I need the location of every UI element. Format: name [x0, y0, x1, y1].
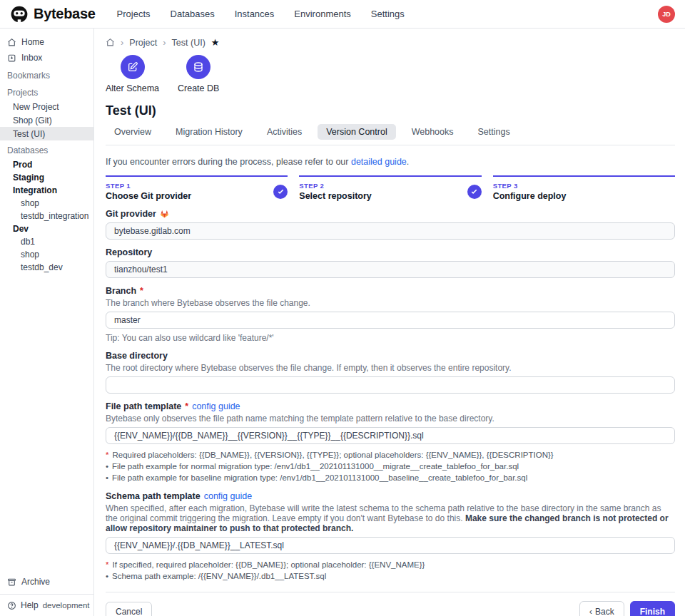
required-asterisk: *	[140, 286, 143, 296]
project-tabs: Overview Migration History Activities Ve…	[106, 124, 675, 145]
create-db-button[interactable]: Create DB	[178, 55, 219, 93]
sidebar-item-inbox[interactable]: Inbox	[0, 50, 93, 66]
chevron-left-icon: ‹	[589, 606, 592, 616]
sidebar-env-dev[interactable]: Dev	[0, 222, 93, 235]
schema-path-template-input[interactable]	[106, 537, 675, 554]
archive-icon	[7, 578, 16, 587]
tab-activities[interactable]: Activities	[258, 124, 310, 140]
help-icon	[7, 601, 16, 610]
page-title: Test (UI)	[106, 103, 675, 118]
field-base-directory: Base directory The root directory where …	[106, 351, 675, 394]
inbox-icon	[7, 53, 16, 63]
chevron-right-icon: ›	[163, 37, 166, 48]
field-git-provider: Git provider	[106, 209, 675, 240]
user-avatar[interactable]: JD	[658, 6, 675, 23]
sidebar-item-home[interactable]: Home	[0, 34, 93, 50]
step-2-check-icon	[467, 185, 482, 199]
required-asterisk: *	[185, 401, 188, 411]
nav-environments[interactable]: Environments	[294, 9, 350, 19]
step-1-check-icon	[273, 185, 288, 199]
branch-tip: Tip: You can also use wildcard like 'fea…	[106, 333, 675, 343]
tab-migration-history[interactable]: Migration History	[167, 124, 251, 140]
sidebar-section-bookmarks: Bookmarks	[0, 66, 93, 83]
sidebar-item-test-ui[interactable]: Test (UI)	[0, 127, 93, 140]
field-schema-path-template: Schema path template config guide When s…	[106, 491, 675, 582]
top-nav-links: Projects Databases Instances Environment…	[117, 9, 405, 19]
top-nav: Bytebase Projects Databases Instances En…	[0, 0, 685, 29]
config-guide-link[interactable]: config guide	[204, 491, 252, 501]
form-footer: Cancel ‹Back Finish	[106, 592, 675, 616]
tab-version-control[interactable]: Version Control	[318, 124, 395, 140]
database-icon	[193, 61, 204, 73]
sidebar-item-new-project[interactable]: New Project	[0, 100, 93, 113]
sidebar-section-projects: Projects	[0, 83, 93, 100]
sidebar-item-archive[interactable]: Archive	[0, 574, 93, 590]
sidebar-db-shop-integration[interactable]: shop	[0, 196, 93, 209]
finish-button[interactable]: Finish	[630, 601, 675, 616]
brand-name: Bytebase	[34, 6, 96, 22]
sidebar-item-label: Inbox	[21, 53, 42, 63]
step-1: STEP 1 Choose Git provider	[106, 175, 288, 201]
sidebar-item-shop-git[interactable]: Shop (Git)	[0, 113, 93, 127]
sidebar-section-databases: Databases	[0, 140, 93, 158]
nav-projects[interactable]: Projects	[117, 9, 151, 19]
detailed-guide-link[interactable]: detailed guide	[351, 157, 407, 167]
sidebar-db-testdb-dev[interactable]: testdb_dev	[0, 260, 93, 273]
schema-path-notes: *If specified, required placeholder: {{D…	[106, 559, 675, 582]
sidebar-db-db1[interactable]: db1	[0, 235, 93, 247]
branch-input[interactable]	[106, 312, 675, 329]
cancel-button[interactable]: Cancel	[106, 602, 152, 616]
sidebar: Home Inbox Bookmarks Projects New Projec…	[0, 29, 94, 616]
sidebar-env-prod[interactable]: Prod	[0, 158, 93, 170]
file-path-notes: *Required placeholders: {{DB_NAME}}, {{V…	[106, 449, 675, 483]
tab-overview[interactable]: Overview	[106, 124, 160, 140]
step-2: STEP 2 Select repository	[299, 175, 481, 201]
breadcrumb-test-ui[interactable]: Test (UI)	[172, 38, 206, 48]
nav-settings[interactable]: Settings	[371, 9, 405, 19]
tab-webhooks[interactable]: Webhooks	[403, 124, 462, 140]
sidebar-item-label: Home	[21, 37, 44, 47]
git-provider-input[interactable]	[106, 222, 675, 240]
sidebar-divider	[0, 594, 93, 595]
bookmark-star-icon[interactable]: ★	[211, 37, 220, 48]
app: Bytebase Projects Databases Instances En…	[0, 0, 685, 616]
nav-databases[interactable]: Databases	[171, 9, 215, 19]
field-repository: Repository	[106, 247, 675, 278]
home-icon	[7, 38, 16, 47]
quick-actions: Alter Schema Create DB	[106, 55, 675, 93]
step-3: STEP 3 Configure deploy	[493, 175, 675, 201]
intro-text: If you encounter errors during the proce…	[106, 157, 675, 167]
gitlab-icon	[160, 210, 169, 219]
breadcrumb: › Project › Test (UI) ★	[106, 37, 675, 48]
file-path-template-input[interactable]	[106, 427, 675, 444]
back-button[interactable]: ‹Back	[579, 601, 624, 616]
sidebar-env-integration[interactable]: Integration	[0, 183, 93, 196]
chevron-right-icon: ›	[121, 37, 123, 48]
sidebar-db-shop-dev[interactable]: shop	[0, 247, 93, 260]
tab-settings[interactable]: Settings	[470, 124, 519, 140]
bytebase-logo-icon	[10, 5, 29, 24]
help-button[interactable]: Help	[7, 600, 39, 610]
sidebar-env-staging[interactable]: Staging	[0, 170, 93, 183]
field-file-path-template: File path template* config guide Bytebas…	[106, 401, 675, 483]
config-guide-link[interactable]: config guide	[192, 401, 240, 411]
bytebase-logo[interactable]: Bytebase	[10, 5, 96, 24]
main-content: › Project › Test (UI) ★ Alter Schema	[94, 29, 685, 616]
home-icon[interactable]	[106, 38, 115, 47]
edit-icon	[127, 61, 138, 73]
field-branch: Branch* The branch where Bytebase observ…	[106, 286, 675, 343]
alter-schema-button[interactable]: Alter Schema	[106, 55, 159, 93]
breadcrumb-project[interactable]: Project	[129, 38, 157, 48]
nav-instances[interactable]: Instances	[235, 9, 275, 19]
sidebar-db-testdb-integration[interactable]: testdb_integration	[0, 209, 93, 222]
repository-input[interactable]	[106, 261, 675, 278]
version-label: development	[43, 601, 90, 610]
stepper: STEP 1 Choose Git provider STEP 2 Select…	[106, 175, 675, 201]
base-directory-input[interactable]	[106, 376, 675, 394]
